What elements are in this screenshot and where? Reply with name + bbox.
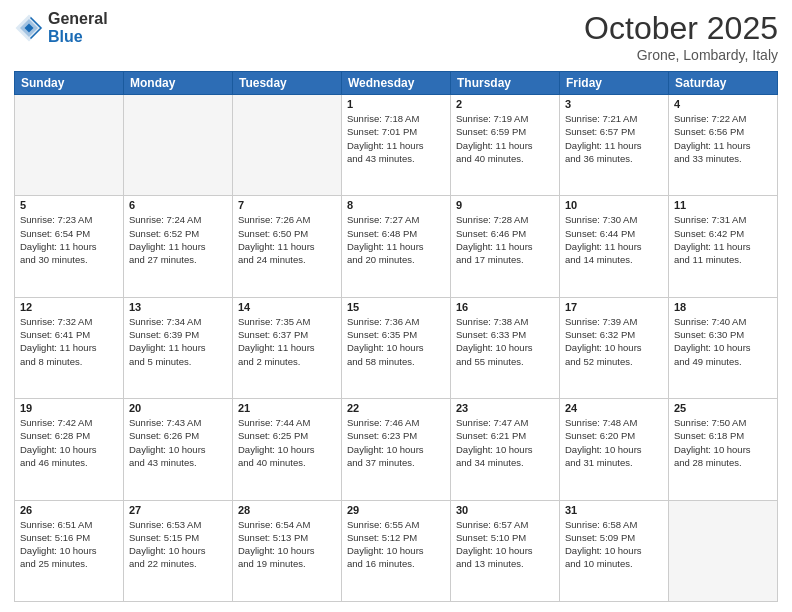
day-cell-3-3: 22Sunrise: 7:46 AMSunset: 6:23 PMDayligh… [342, 399, 451, 500]
day-info-25: Sunrise: 7:50 AMSunset: 6:18 PMDaylight:… [674, 416, 772, 469]
day-cell-0-3: 1Sunrise: 7:18 AMSunset: 7:01 PMDaylight… [342, 95, 451, 196]
day-number-11: 11 [674, 199, 772, 211]
logo-blue-text: Blue [48, 28, 108, 46]
day-info-27: Sunrise: 6:53 AMSunset: 5:15 PMDaylight:… [129, 518, 227, 571]
day-info-26: Sunrise: 6:51 AMSunset: 5:16 PMDaylight:… [20, 518, 118, 571]
logo-icon [14, 13, 44, 43]
week-row-2: 5Sunrise: 7:23 AMSunset: 6:54 PMDaylight… [15, 196, 778, 297]
day-cell-2-4: 16Sunrise: 7:38 AMSunset: 6:33 PMDayligh… [451, 297, 560, 398]
day-number-24: 24 [565, 402, 663, 414]
weekday-header-row: Sunday Monday Tuesday Wednesday Thursday… [15, 72, 778, 95]
day-info-15: Sunrise: 7:36 AMSunset: 6:35 PMDaylight:… [347, 315, 445, 368]
day-info-4: Sunrise: 7:22 AMSunset: 6:56 PMDaylight:… [674, 112, 772, 165]
day-info-9: Sunrise: 7:28 AMSunset: 6:46 PMDaylight:… [456, 213, 554, 266]
header-sunday: Sunday [15, 72, 124, 95]
day-info-28: Sunrise: 6:54 AMSunset: 5:13 PMDaylight:… [238, 518, 336, 571]
day-number-8: 8 [347, 199, 445, 211]
day-info-16: Sunrise: 7:38 AMSunset: 6:33 PMDaylight:… [456, 315, 554, 368]
header-thursday: Thursday [451, 72, 560, 95]
day-cell-0-2 [233, 95, 342, 196]
day-number-22: 22 [347, 402, 445, 414]
day-cell-0-0 [15, 95, 124, 196]
day-number-30: 30 [456, 504, 554, 516]
week-row-5: 26Sunrise: 6:51 AMSunset: 5:16 PMDayligh… [15, 500, 778, 601]
day-number-16: 16 [456, 301, 554, 313]
day-cell-2-6: 18Sunrise: 7:40 AMSunset: 6:30 PMDayligh… [669, 297, 778, 398]
day-number-31: 31 [565, 504, 663, 516]
calendar-table: Sunday Monday Tuesday Wednesday Thursday… [14, 71, 778, 602]
day-cell-4-1: 27Sunrise: 6:53 AMSunset: 5:15 PMDayligh… [124, 500, 233, 601]
day-info-2: Sunrise: 7:19 AMSunset: 6:59 PMDaylight:… [456, 112, 554, 165]
day-info-14: Sunrise: 7:35 AMSunset: 6:37 PMDaylight:… [238, 315, 336, 368]
day-info-13: Sunrise: 7:34 AMSunset: 6:39 PMDaylight:… [129, 315, 227, 368]
day-number-15: 15 [347, 301, 445, 313]
day-info-18: Sunrise: 7:40 AMSunset: 6:30 PMDaylight:… [674, 315, 772, 368]
day-cell-1-5: 10Sunrise: 7:30 AMSunset: 6:44 PMDayligh… [560, 196, 669, 297]
day-number-29: 29 [347, 504, 445, 516]
day-info-31: Sunrise: 6:58 AMSunset: 5:09 PMDaylight:… [565, 518, 663, 571]
logo-general-text: General [48, 10, 108, 28]
day-info-3: Sunrise: 7:21 AMSunset: 6:57 PMDaylight:… [565, 112, 663, 165]
day-number-14: 14 [238, 301, 336, 313]
day-number-5: 5 [20, 199, 118, 211]
day-cell-3-6: 25Sunrise: 7:50 AMSunset: 6:18 PMDayligh… [669, 399, 778, 500]
day-cell-0-6: 4Sunrise: 7:22 AMSunset: 6:56 PMDaylight… [669, 95, 778, 196]
day-number-3: 3 [565, 98, 663, 110]
day-info-30: Sunrise: 6:57 AMSunset: 5:10 PMDaylight:… [456, 518, 554, 571]
day-number-4: 4 [674, 98, 772, 110]
day-cell-2-3: 15Sunrise: 7:36 AMSunset: 6:35 PMDayligh… [342, 297, 451, 398]
day-info-6: Sunrise: 7:24 AMSunset: 6:52 PMDaylight:… [129, 213, 227, 266]
title-section: October 2025 Grone, Lombardy, Italy [584, 10, 778, 63]
day-info-1: Sunrise: 7:18 AMSunset: 7:01 PMDaylight:… [347, 112, 445, 165]
day-number-19: 19 [20, 402, 118, 414]
day-cell-1-2: 7Sunrise: 7:26 AMSunset: 6:50 PMDaylight… [233, 196, 342, 297]
day-info-12: Sunrise: 7:32 AMSunset: 6:41 PMDaylight:… [20, 315, 118, 368]
header-monday: Monday [124, 72, 233, 95]
header: General Blue October 2025 Grone, Lombard… [14, 10, 778, 63]
page: General Blue October 2025 Grone, Lombard… [0, 0, 792, 612]
location-title: Grone, Lombardy, Italy [584, 47, 778, 63]
day-cell-1-1: 6Sunrise: 7:24 AMSunset: 6:52 PMDaylight… [124, 196, 233, 297]
header-saturday: Saturday [669, 72, 778, 95]
logo-text: General Blue [48, 10, 108, 45]
day-cell-3-2: 21Sunrise: 7:44 AMSunset: 6:25 PMDayligh… [233, 399, 342, 500]
day-cell-1-0: 5Sunrise: 7:23 AMSunset: 6:54 PMDaylight… [15, 196, 124, 297]
day-cell-0-1 [124, 95, 233, 196]
day-info-24: Sunrise: 7:48 AMSunset: 6:20 PMDaylight:… [565, 416, 663, 469]
week-row-1: 1Sunrise: 7:18 AMSunset: 7:01 PMDaylight… [15, 95, 778, 196]
day-info-22: Sunrise: 7:46 AMSunset: 6:23 PMDaylight:… [347, 416, 445, 469]
day-info-7: Sunrise: 7:26 AMSunset: 6:50 PMDaylight:… [238, 213, 336, 266]
week-row-4: 19Sunrise: 7:42 AMSunset: 6:28 PMDayligh… [15, 399, 778, 500]
day-number-28: 28 [238, 504, 336, 516]
month-title: October 2025 [584, 10, 778, 47]
day-cell-2-0: 12Sunrise: 7:32 AMSunset: 6:41 PMDayligh… [15, 297, 124, 398]
day-info-11: Sunrise: 7:31 AMSunset: 6:42 PMDaylight:… [674, 213, 772, 266]
logo: General Blue [14, 10, 108, 45]
day-number-25: 25 [674, 402, 772, 414]
day-cell-4-6 [669, 500, 778, 601]
day-number-26: 26 [20, 504, 118, 516]
day-info-19: Sunrise: 7:42 AMSunset: 6:28 PMDaylight:… [20, 416, 118, 469]
day-number-17: 17 [565, 301, 663, 313]
day-number-13: 13 [129, 301, 227, 313]
day-cell-3-5: 24Sunrise: 7:48 AMSunset: 6:20 PMDayligh… [560, 399, 669, 500]
header-tuesday: Tuesday [233, 72, 342, 95]
day-cell-2-5: 17Sunrise: 7:39 AMSunset: 6:32 PMDayligh… [560, 297, 669, 398]
day-cell-2-1: 13Sunrise: 7:34 AMSunset: 6:39 PMDayligh… [124, 297, 233, 398]
day-number-2: 2 [456, 98, 554, 110]
day-number-9: 9 [456, 199, 554, 211]
day-info-21: Sunrise: 7:44 AMSunset: 6:25 PMDaylight:… [238, 416, 336, 469]
week-row-3: 12Sunrise: 7:32 AMSunset: 6:41 PMDayligh… [15, 297, 778, 398]
day-number-12: 12 [20, 301, 118, 313]
day-number-1: 1 [347, 98, 445, 110]
header-wednesday: Wednesday [342, 72, 451, 95]
day-number-7: 7 [238, 199, 336, 211]
day-cell-3-4: 23Sunrise: 7:47 AMSunset: 6:21 PMDayligh… [451, 399, 560, 500]
day-cell-2-2: 14Sunrise: 7:35 AMSunset: 6:37 PMDayligh… [233, 297, 342, 398]
day-number-6: 6 [129, 199, 227, 211]
day-info-29: Sunrise: 6:55 AMSunset: 5:12 PMDaylight:… [347, 518, 445, 571]
day-info-23: Sunrise: 7:47 AMSunset: 6:21 PMDaylight:… [456, 416, 554, 469]
day-info-17: Sunrise: 7:39 AMSunset: 6:32 PMDaylight:… [565, 315, 663, 368]
day-cell-4-0: 26Sunrise: 6:51 AMSunset: 5:16 PMDayligh… [15, 500, 124, 601]
day-cell-0-5: 3Sunrise: 7:21 AMSunset: 6:57 PMDaylight… [560, 95, 669, 196]
